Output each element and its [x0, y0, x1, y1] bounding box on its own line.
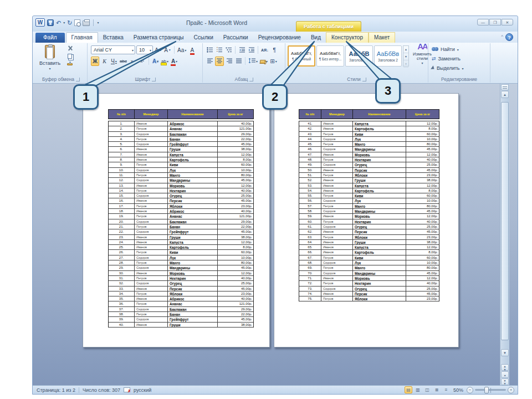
select-browse-object-icon[interactable]: ● — [501, 371, 509, 378]
paste-button[interactable]: Вставить ▾ — [38, 45, 62, 76]
table-cell: Петров — [135, 137, 168, 141]
numbering-icon[interactable] — [215, 45, 223, 55]
tab-table-layout[interactable]: Макет — [369, 32, 395, 43]
word-window: W ↶ ▾ ↻ ▾ Прайс - Microsoft Word Работа … — [32, 16, 518, 395]
undo-icon[interactable]: ↶ — [56, 19, 61, 27]
restore-button[interactable]: ❐ — [489, 19, 501, 25]
bold-button[interactable]: Ж — [91, 57, 99, 66]
shading-icon[interactable]: ▾ — [259, 57, 268, 66]
print-icon[interactable] — [83, 21, 90, 26]
previous-page-icon[interactable]: ▲▲ — [501, 364, 509, 371]
print-layout-view-icon[interactable]: ▤ — [405, 386, 412, 393]
dialog-launcher-icon[interactable] — [249, 78, 253, 81]
font-size-combo[interactable]: 10▾ — [136, 45, 153, 54]
tab-view[interactable]: Вид — [306, 33, 326, 43]
tab-review[interactable]: Рецензирование — [253, 33, 306, 43]
align-right-icon[interactable] — [225, 57, 233, 66]
show-marks-icon[interactable]: ¶ — [270, 45, 279, 55]
redo-icon[interactable]: ↻ — [67, 19, 72, 27]
word-count[interactable]: Число слов: 307 — [83, 387, 120, 393]
tab-table-design[interactable]: Конструктор — [326, 32, 369, 43]
zoom-level[interactable]: 50% — [453, 387, 463, 393]
styles-gallery-scroll[interactable]: ▲ ▼ ▿ — [403, 45, 409, 66]
font-color-button[interactable]: А▾ — [170, 57, 178, 66]
clear-formatting-button[interactable]: А — [188, 45, 196, 55]
table-row: 52.ИвановГруши38,00р. — [299, 178, 439, 183]
scroll-up-icon[interactable]: ▲ — [501, 91, 509, 98]
scrollbar-track[interactable] — [501, 99, 509, 350]
close-button[interactable]: ✕ — [502, 19, 513, 25]
superscript-button[interactable]: х² — [138, 57, 146, 66]
change-case-button[interactable]: Аа▾ — [177, 45, 187, 55]
vertical-scrollbar[interactable]: ▲ ▼ ▲▲ ● ▼▼ — [500, 84, 509, 386]
line-spacing-icon[interactable]: ▾ — [248, 57, 258, 66]
scroll-down-icon[interactable]: ▼ — [501, 349, 509, 356]
draft-view-icon[interactable]: ≡ — [442, 386, 450, 393]
shrink-font-button[interactable]: А▼ — [163, 45, 172, 55]
italic-button[interactable]: К — [100, 57, 109, 66]
outline-view-icon[interactable]: ≣ — [433, 386, 441, 393]
table-row: 60.ПетровНектарин40,00р. — [299, 219, 439, 224]
underline-button[interactable]: Ч▾ — [110, 57, 118, 66]
text-effects-button[interactable]: А▾ — [151, 57, 160, 66]
text-highlight-button[interactable]: ab▾ — [161, 57, 169, 66]
print-preview-icon[interactable] — [74, 19, 80, 26]
cut-icon[interactable] — [67, 45, 73, 52]
replace-button[interactable]: ⇄ Заменить — [432, 55, 461, 63]
tab-mailings[interactable]: Рассылки — [218, 33, 253, 43]
document-page-2[interactable]: № п/п Менеджер Наименование Цена за кг 4… — [274, 93, 459, 347]
web-layout-view-icon[interactable]: ◫ — [423, 386, 431, 393]
tab-home[interactable]: Главная — [66, 32, 98, 43]
style-normal[interactable]: АаБбВвГг, ¶ Обычный — [288, 45, 315, 66]
change-styles-icon: АА — [417, 42, 427, 51]
style-heading1[interactable]: АаБбВ Заголовок 1 — [345, 45, 373, 66]
align-center-icon[interactable] — [215, 57, 224, 66]
sort-icon[interactable]: АЯ↓ — [260, 45, 269, 55]
paste-dropdown-icon[interactable]: ▾ — [49, 66, 50, 70]
zoom-in-icon[interactable]: + — [508, 387, 514, 393]
tab-insert[interactable]: Вставка — [98, 33, 129, 43]
select-button[interactable]: Выделить ▾ — [432, 64, 464, 72]
find-button[interactable]: Найти ▾ — [432, 45, 459, 53]
word-logo-icon[interactable]: W — [35, 18, 45, 27]
table-cell: 12,00р. — [406, 152, 439, 157]
grow-font-button[interactable]: А▲ — [154, 45, 162, 55]
multilevel-list-icon[interactable] — [224, 45, 233, 55]
qat-customize-icon[interactable]: ▾ — [97, 21, 99, 24]
style-no-spacing[interactable]: АаБбВвГг, ¶ Без интер... — [316, 45, 344, 66]
minimize-button[interactable]: — — [477, 19, 489, 25]
ruler-toggle-icon[interactable] — [501, 84, 509, 90]
fullscreen-reading-view-icon[interactable]: ▥ — [414, 386, 422, 393]
dialog-launcher-icon[interactable] — [76, 78, 80, 81]
format-painter-icon[interactable] — [67, 63, 73, 65]
help-icon[interactable]: ? — [505, 33, 513, 41]
copy-icon[interactable] — [68, 54, 72, 59]
save-icon[interactable] — [47, 19, 54, 26]
style-heading2[interactable]: АаБбВв Заголовок 2 — [374, 45, 402, 66]
dialog-launcher-icon[interactable] — [152, 78, 156, 81]
zoom-slider-thumb[interactable] — [484, 387, 489, 393]
tab-references[interactable]: Ссылки — [189, 33, 218, 43]
tab-file[interactable]: Файл — [35, 33, 65, 43]
undo-dropdown-icon[interactable]: ▾ — [63, 21, 65, 24]
page-indicator[interactable]: Страница: 1 из 2 — [37, 387, 75, 393]
increase-indent-icon[interactable] — [247, 45, 255, 55]
zoom-slider[interactable] — [475, 389, 506, 391]
tab-page-layout[interactable]: Разметка страницы — [129, 33, 189, 43]
language-indicator[interactable]: русский — [134, 387, 151, 393]
decrease-indent-icon[interactable] — [238, 45, 246, 55]
bullets-icon[interactable] — [206, 45, 214, 55]
subscript-button[interactable]: х₂ — [129, 57, 137, 66]
dialog-launcher-icon[interactable] — [362, 78, 366, 81]
next-page-icon[interactable]: ▼▼ — [501, 378, 509, 385]
strikethrough-button[interactable]: abc — [119, 57, 127, 66]
collapse-ribbon-icon[interactable]: ^ — [501, 34, 503, 39]
document-page-1[interactable]: № п/п Менеджер Наименование Цена за кг 1… — [83, 93, 270, 347]
spellcheck-icon[interactable] — [124, 387, 130, 392]
scrollbar-thumb[interactable] — [501, 102, 509, 340]
align-left-icon[interactable] — [206, 57, 214, 66]
font-name-combo[interactable]: Arial CY▾ — [91, 45, 135, 54]
borders-icon[interactable]: ⊞▾ — [269, 57, 278, 66]
justify-icon[interactable] — [234, 57, 243, 66]
zoom-out-icon[interactable]: − — [467, 387, 473, 393]
